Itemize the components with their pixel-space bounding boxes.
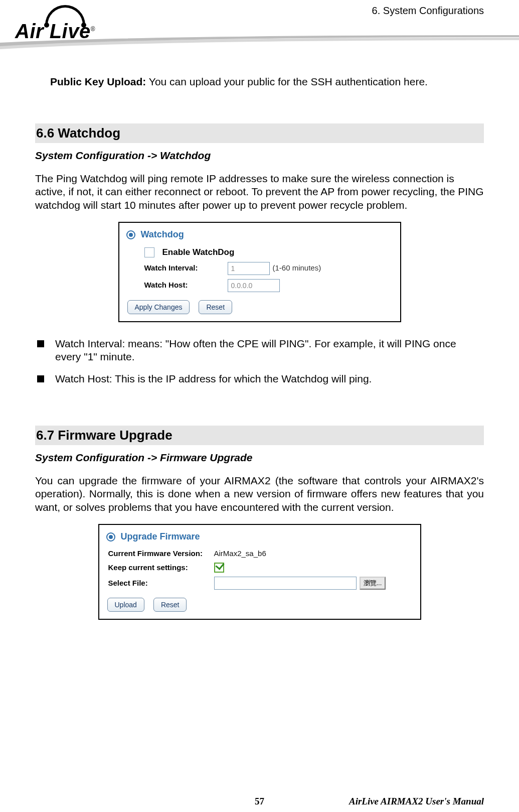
section-6-6-heading: 6.6 Watchdog bbox=[35, 123, 484, 143]
section-6-7-body: You can upgrade the firmware of your AIR… bbox=[35, 474, 484, 514]
public-key-label: Public Key Upload: bbox=[50, 76, 146, 87]
radio-selected-icon bbox=[126, 230, 135, 239]
current-firmware-label: Current Firmware Version: bbox=[108, 549, 211, 559]
watch-interval-label: Watch Interval: bbox=[144, 263, 225, 273]
public-key-text: You can upload your public for the SSH a… bbox=[146, 76, 428, 87]
footer-manual-title: AirLive AIRMAX2 User's Manual bbox=[349, 796, 484, 807]
page-number: 57 bbox=[255, 796, 264, 807]
reset-button-2[interactable]: Reset bbox=[153, 598, 187, 612]
page-footer: 57 AirLive AIRMAX2 User's Manual bbox=[35, 796, 484, 807]
current-firmware-value: AirMax2_sa_b6 bbox=[214, 549, 266, 559]
registered-mark: ® bbox=[91, 26, 95, 33]
section-6-7-path: System Configuration -> Firmware Upgrade bbox=[35, 451, 484, 464]
upload-button[interactable]: Upload bbox=[107, 598, 144, 612]
watchdog-bullet-list: Watch Interval: means: "How often the CP… bbox=[35, 337, 484, 386]
watch-interval-input[interactable] bbox=[228, 262, 270, 275]
keep-settings-label: Keep current settings: bbox=[108, 563, 211, 573]
watchdog-panel-title: Watchdog bbox=[124, 228, 395, 245]
watchdog-panel: Watchdog Enable WatchDog Watch Interval:… bbox=[118, 222, 401, 322]
apply-changes-button[interactable]: Apply Changes bbox=[127, 300, 190, 314]
bullet-watch-host-label: Watch Host: bbox=[55, 373, 112, 384]
chapter-header: 6. System Configurations bbox=[372, 5, 484, 17]
page: 6. System Configurations Air Live® Publi… bbox=[0, 0, 519, 812]
select-file-label: Select File: bbox=[108, 579, 211, 588]
firmware-panel-title: Upgrade Firmware bbox=[104, 530, 415, 548]
browse-button[interactable]: 瀏覽... bbox=[360, 577, 386, 590]
select-file-input[interactable] bbox=[214, 577, 357, 590]
header-swoosh-icon bbox=[0, 35, 519, 50]
section-6-6-body: The Ping Watchdog will ping remote IP ad… bbox=[35, 172, 484, 212]
bullet-watch-interval: Watch Interval: means: "How often the CP… bbox=[35, 337, 484, 364]
bullet-watch-interval-label: Watch Interval: bbox=[55, 338, 125, 349]
firmware-panel: Upgrade Firmware Current Firmware Versio… bbox=[98, 524, 421, 620]
section-6-6-path: System Configuration -> Watchdog bbox=[35, 149, 484, 162]
reset-button[interactable]: Reset bbox=[199, 300, 232, 314]
enable-watchdog-checkbox[interactable] bbox=[144, 247, 154, 257]
bullet-watch-host-text: This is the IP address for which the Wat… bbox=[112, 373, 372, 384]
bullet-watch-host: Watch Host: This is the IP address for w… bbox=[35, 372, 484, 385]
watch-host-label: Watch Host: bbox=[144, 281, 225, 290]
enable-watchdog-label: Enable WatchDog bbox=[162, 247, 235, 257]
section-6-7-heading: 6.7 Firmware Upgrade bbox=[35, 426, 484, 445]
watch-host-input[interactable] bbox=[228, 279, 280, 292]
keep-settings-checkbox[interactable] bbox=[214, 563, 224, 573]
public-key-paragraph: Public Key Upload: You can upload your p… bbox=[50, 75, 484, 88]
watchdog-title-text: Watchdog bbox=[141, 229, 184, 239]
content-body: Public Key Upload: You can upload your p… bbox=[35, 75, 484, 635]
firmware-title-text: Upgrade Firmware bbox=[121, 531, 200, 542]
watch-interval-unit: (1-60 minutes) bbox=[273, 263, 321, 273]
radio-selected-icon bbox=[106, 532, 115, 542]
